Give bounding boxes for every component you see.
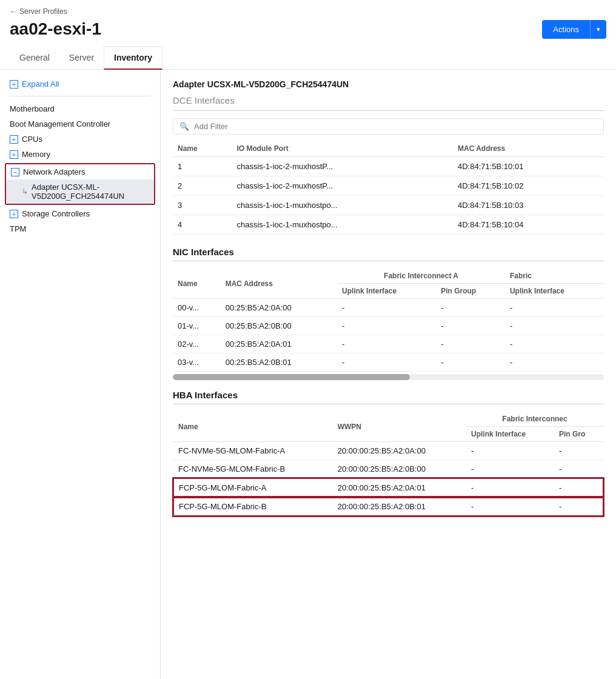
actions-button-group: Actions ▾ — [542, 20, 606, 39]
sidebar-child-adapter[interactable]: ↳ Adapter UCSX-ML-V5D200G_FCH254474UN — [6, 179, 154, 204]
tab-server[interactable]: Server — [59, 46, 104, 70]
hba-cell-uplink: - — [466, 478, 554, 497]
sidebar-item-storage-label: Storage Controllers — [22, 209, 90, 218]
dce-cell-io: chassis-1-ioc-2-muxhostP... — [232, 176, 453, 196]
table-row: 1chassis-1-ioc-2-muxhostP...4D:84:71:5B:… — [173, 157, 604, 176]
tabs-bar: General Server Inventory — [0, 46, 616, 70]
nic-col-fia-uplink: Uplink Interface — [337, 284, 436, 299]
hba-section: HBA Interfaces Name WWPN Fabric Intercon… — [173, 390, 604, 517]
dce-col-name: Name — [173, 141, 232, 157]
nic-cell-mac: 00:25:B5:A2:0B:01 — [221, 353, 337, 372]
dce-cell-io: chassis-1-ioc-1-muxhostpo... — [232, 215, 453, 235]
nic-cell-fib-uplink: - — [505, 299, 604, 317]
nic-col-fia-pin: Pin Group — [436, 284, 505, 299]
nic-scrollbar-thumb[interactable] — [173, 374, 410, 380]
hba-cell-uplink: - — [466, 460, 554, 479]
hba-cell-wwpn: 20:00:00:25:B5:A2:0B:01 — [333, 497, 466, 516]
hba-table: Name WWPN Fabric Interconnec Uplink Inte… — [173, 412, 604, 517]
filter-input[interactable] — [194, 122, 597, 131]
dce-cell-io: chassis-1-ioc-2-muxhostP... — [232, 157, 453, 176]
hba-title: HBA Interfaces — [173, 390, 604, 400]
network-adapters-expand-icon: − — [11, 168, 19, 176]
nic-col-fib-uplink: Uplink Interface — [505, 284, 604, 299]
memory-expand-icon: + — [10, 150, 18, 159]
hba-cell-pin: - — [554, 497, 603, 516]
dce-cell-mac: 4D:84:71:5B:10:02 — [453, 176, 604, 196]
search-icon: 🔍 — [179, 122, 189, 131]
page-title: aa02-esxi-1 — [10, 19, 101, 39]
hba-cell-pin: - — [554, 442, 603, 460]
actions-button[interactable]: Actions — [542, 20, 590, 39]
nic-cell-fia-uplink: - — [337, 317, 436, 335]
table-row: 2chassis-1-ioc-2-muxhostP...4D:84:71:5B:… — [173, 176, 604, 196]
nic-cell-fia-pin: - — [436, 335, 505, 353]
table-row: 00-v...00:25:B5:A2:0A:00--- — [173, 299, 604, 317]
nic-cell-mac: 00:25:B5:A2:0A:00 — [221, 299, 337, 317]
nic-cell-fia-uplink: - — [337, 299, 436, 317]
back-link[interactable]: Server Profiles — [10, 7, 606, 16]
sidebar: + Expand All Motherboard Boot Management… — [0, 70, 161, 679]
sidebar-item-network-adapters[interactable]: − Network Adapters — [6, 164, 154, 179]
dce-cell-name: 4 — [173, 215, 232, 235]
tab-general[interactable]: General — [10, 46, 59, 70]
sidebar-item-memory[interactable]: + Memory — [0, 147, 160, 162]
nic-col-mac: MAC Address — [221, 269, 337, 299]
dce-cell-mac: 4D:84:71:5B:10:04 — [453, 215, 604, 235]
sidebar-adapter-label: Adapter UCSX-ML-V5D200G_FCH254474UN — [32, 182, 149, 201]
dce-divider — [173, 110, 604, 111]
dce-table: Name IO Module Port MAC Address 1chassis… — [173, 141, 604, 235]
actions-caret-button[interactable]: ▾ — [590, 20, 606, 39]
hba-col-wwpn: WWPN — [333, 412, 466, 442]
table-row: 03-v...00:25:B5:A2:0B:01--- — [173, 353, 604, 372]
nic-cell-fia-uplink: - — [337, 353, 436, 372]
dce-cell-io: chassis-1-ioc-1-muxhostpo... — [232, 196, 453, 215]
nic-cell-name: 00-v... — [173, 299, 221, 317]
nic-cell-fib-uplink: - — [505, 353, 604, 372]
table-row: 01-v...00:25:B5:A2:0B:00--- — [173, 317, 604, 335]
hba-cell-wwpn: 20:00:00:25:B5:A2:0A:01 — [333, 478, 466, 497]
nic-cell-mac: 00:25:B5:A2:0A:01 — [221, 335, 337, 353]
nic-cell-mac: 00:25:B5:A2:0B:00 — [221, 317, 337, 335]
nic-cell-name: 01-v... — [173, 317, 221, 335]
table-row: FCP-5G-MLOM-Fabric-B20:00:00:25:B5:A2:0B… — [173, 497, 603, 516]
nic-title: NIC Interfaces — [173, 247, 604, 257]
nic-cell-fib-uplink: - — [505, 335, 604, 353]
nic-section: NIC Interfaces Name MAC Address Fabric I… — [173, 247, 604, 380]
sidebar-item-motherboard[interactable]: Motherboard — [0, 101, 160, 116]
nic-cell-fia-pin: - — [436, 317, 505, 335]
storage-expand-icon: + — [10, 210, 18, 218]
nic-group-fia: Fabric Interconnect A — [337, 269, 505, 284]
nic-table: Name MAC Address Fabric Interconnect A F… — [173, 269, 604, 372]
sidebar-divider — [10, 96, 150, 96]
sidebar-item-boot[interactable]: Boot Management Controller — [0, 116, 160, 132]
nic-cell-name: 02-v... — [173, 335, 221, 353]
dce-col-mac: MAC Address — [453, 141, 604, 157]
hba-col-uplink: Uplink Interface — [466, 427, 554, 442]
nic-cell-name: 03-v... — [173, 353, 221, 372]
cpus-expand-icon: + — [10, 135, 18, 144]
table-row: FC-NVMe-5G-MLOM-Fabric-A20:00:00:25:B5:A… — [173, 442, 603, 460]
hba-col-pin: Pin Gro — [554, 427, 603, 442]
hba-cell-wwpn: 20:00:00:25:B5:A2:0A:00 — [333, 442, 466, 460]
filter-bar[interactable]: 🔍 — [173, 118, 604, 135]
sidebar-item-cpus[interactable]: + CPUs — [0, 132, 160, 147]
nic-group-fib: Fabric — [505, 269, 604, 284]
nic-cell-fia-uplink: - — [337, 335, 436, 353]
dce-cell-mac: 4D:84:71:5B:10:01 — [453, 157, 604, 176]
nic-table-wrap: Name MAC Address Fabric Interconnect A F… — [173, 269, 604, 372]
sidebar-item-storage[interactable]: + Storage Controllers — [0, 206, 160, 221]
tab-inventory[interactable]: Inventory — [104, 46, 162, 70]
nic-divider — [173, 261, 604, 261]
table-row: 4chassis-1-ioc-1-muxhostpo...4D:84:71:5B… — [173, 215, 604, 235]
table-row: FCP-5G-MLOM-Fabric-A20:00:00:25:B5:A2:0A… — [173, 478, 603, 497]
expand-all-button[interactable]: + Expand All — [0, 77, 160, 93]
hba-cell-name: FCP-5G-MLOM-Fabric-A — [173, 478, 333, 497]
hba-group-fi: Fabric Interconnec — [466, 412, 603, 427]
nic-scrollbar-track[interactable] — [173, 374, 604, 380]
expand-all-label: Expand All — [22, 79, 59, 89]
hba-cell-name: FC-NVMe-5G-MLOM-Fabric-A — [173, 442, 333, 460]
hba-col-name: Name — [173, 412, 333, 442]
table-row: 02-v...00:25:B5:A2:0A:01--- — [173, 335, 604, 353]
sidebar-item-tpm[interactable]: TPM — [0, 221, 160, 236]
nic-col-name: Name — [173, 269, 221, 299]
